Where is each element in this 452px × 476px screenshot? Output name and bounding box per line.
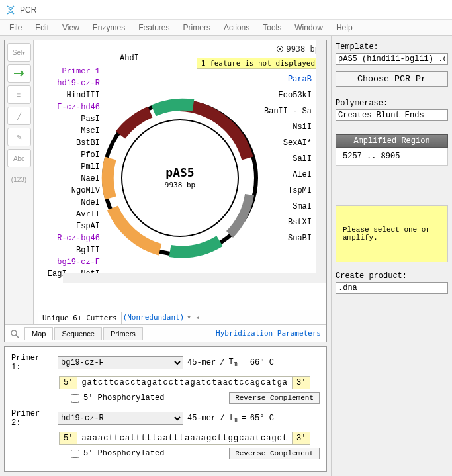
chevron-left-icon[interactable]: ◂ bbox=[195, 313, 200, 322]
site-label: PfoI bbox=[38, 150, 100, 160]
primer2-phos-checkbox[interactable] bbox=[71, 450, 79, 458]
window-title: PCR bbox=[20, 5, 36, 15]
primer1-mer: 45-mer bbox=[187, 358, 216, 367]
site-label: FspAI bbox=[38, 222, 100, 231]
hint-box: Please select one or amplify. bbox=[336, 205, 448, 262]
site-label: NsiI bbox=[293, 122, 312, 132]
bp-indicator: 9938 bp bbox=[277, 44, 320, 54]
cutters-label: Unique 6+ Cutters bbox=[38, 312, 122, 324]
tool-abc[interactable]: Abc bbox=[7, 149, 31, 167]
tool-select[interactable]: Sel▾ bbox=[7, 43, 31, 62]
menu-tools[interactable]: Tools bbox=[256, 22, 288, 34]
tool-123[interactable]: (123) bbox=[7, 170, 31, 189]
radio-icon bbox=[277, 46, 283, 52]
site-label: SalI bbox=[293, 154, 312, 164]
primer2-select[interactable]: hd19-cz-R bbox=[58, 412, 183, 425]
site-label: bg19-cz-F bbox=[38, 258, 100, 267]
menu-actions[interactable]: Actions bbox=[217, 22, 256, 34]
site-label: NgoMIV bbox=[38, 186, 100, 195]
tab-sequence[interactable]: Sequence bbox=[54, 327, 102, 340]
tab-primers[interactable]: Primers bbox=[103, 327, 143, 340]
polymerase-field[interactable] bbox=[336, 109, 448, 121]
create-product-field[interactable] bbox=[336, 282, 448, 294]
primer1-phos-label: 5' Phosphorylated bbox=[83, 393, 164, 403]
site-label: PmlI bbox=[38, 162, 100, 171]
warning-banner[interactable]: 1 feature is not displayed bbox=[197, 58, 320, 69]
site-label: R-cz-bg46 bbox=[38, 234, 100, 243]
primer1-phos-checkbox[interactable] bbox=[71, 394, 79, 403]
template-label: Template: bbox=[336, 42, 448, 52]
tool-arrow[interactable] bbox=[7, 64, 31, 83]
menubar: File Edit View Enzymes Features Primers … bbox=[0, 20, 452, 36]
cutters-tab-row: Unique 6+ Cutters (Nonredundant) ▾ ◂ bbox=[34, 310, 326, 324]
svg-point-2 bbox=[11, 330, 17, 336]
plasmid-size: 9938 bp bbox=[165, 181, 195, 189]
primer1-revcomp-button[interactable]: Reverse Complement bbox=[229, 392, 320, 404]
choose-pcr-button[interactable]: Choose PCR Pr bbox=[336, 71, 448, 87]
subtabs-row: Map Sequence Primers Hybridization Param… bbox=[5, 324, 326, 342]
site-label: SexAI* bbox=[283, 138, 312, 148]
menu-window[interactable]: Window bbox=[288, 22, 330, 34]
menu-help[interactable]: Help bbox=[330, 22, 359, 34]
scrollbar-vertical[interactable] bbox=[316, 40, 326, 283]
map-canvas[interactable]: 9938 bp 1 feature is not displayed pAS5 … bbox=[34, 40, 326, 315]
right-panel: Template: Choose PCR Pr Polymerase: Ampl… bbox=[331, 36, 452, 476]
primer2-revcomp-button[interactable]: Reverse Complement bbox=[229, 448, 320, 459]
menu-view[interactable]: View bbox=[56, 22, 86, 34]
site-label: MscI bbox=[38, 126, 100, 136]
primer2-phos-label: 5' Phosphorylated bbox=[83, 449, 164, 458]
menu-enzymes[interactable]: Enzymes bbox=[86, 22, 132, 34]
site-label: hd19-cz-R bbox=[38, 79, 100, 88]
primer1-label: Primer 1: bbox=[11, 354, 54, 372]
template-field[interactable] bbox=[336, 53, 448, 65]
amplified-region-value: 5257 .. 8905 bbox=[336, 148, 448, 166]
cutters-mode[interactable]: (Nonredundant) bbox=[123, 313, 185, 322]
scrollbar-horizontal[interactable] bbox=[63, 273, 316, 283]
primer2-label: Primer 2: bbox=[11, 409, 54, 428]
site-label: BstBI bbox=[38, 138, 100, 148]
site-label: Eco53kI bbox=[279, 91, 312, 100]
tool-pen[interactable]: ✎ bbox=[7, 128, 31, 146]
site-label: AhdI bbox=[120, 54, 139, 63]
plasmid-map-panel: Sel▾ ≡ ╱ ✎ Abc (123) 9938 bp 1 feature i… bbox=[4, 40, 327, 342]
primer2-tm: 65° C bbox=[250, 414, 274, 423]
svg-line-3 bbox=[16, 335, 19, 338]
primer2-sequence: 5' aaaacttcatttttaatttaaaagcttggcaatcagc… bbox=[59, 432, 320, 445]
site-label: AvrII bbox=[38, 210, 100, 219]
menu-file[interactable]: File bbox=[3, 22, 28, 34]
site-label: NdeI bbox=[38, 198, 100, 207]
create-product-label: Create product: bbox=[336, 271, 448, 281]
map-toolbar: Sel▾ ≡ ╱ ✎ Abc (123) bbox=[5, 40, 34, 342]
hybridization-link[interactable]: Hybridization Parameters bbox=[216, 329, 326, 338]
menu-primers[interactable]: Primers bbox=[177, 22, 217, 34]
primer1-sequence: 5' gatcttcacctagatccttagatctaactccagcatg… bbox=[59, 376, 320, 389]
tool-splice[interactable]: ≡ bbox=[7, 85, 31, 104]
tool-erase[interactable]: ╱ bbox=[7, 107, 31, 125]
site-label: Primer 1 bbox=[38, 67, 100, 76]
site-label: HindIII bbox=[38, 91, 100, 100]
site-label: BstXI bbox=[288, 218, 312, 227]
search-icon[interactable] bbox=[7, 326, 22, 341]
site-label: NaeI bbox=[38, 174, 100, 183]
app-icon bbox=[5, 5, 16, 15]
primer2-mer: 45-mer bbox=[187, 414, 216, 423]
primer1-tm: 66° C bbox=[250, 358, 274, 367]
menu-edit[interactable]: Edit bbox=[28, 22, 56, 34]
site-label: SnaBI bbox=[288, 234, 312, 243]
site-label: BanII - Sa bbox=[264, 107, 312, 116]
plasmid-name: pAS5 bbox=[165, 166, 194, 179]
site-label: BglII bbox=[38, 246, 100, 255]
plasmid-ring: pAS5 9938 bp bbox=[81, 79, 279, 277]
site-label: F-cz-hd46 bbox=[38, 103, 100, 112]
primers-panel: Primer 1: bg19-cz-F 45-mer / Tm = 66° C … bbox=[4, 346, 327, 472]
site-label: ParaB bbox=[288, 75, 312, 84]
site-label: AleI bbox=[293, 170, 312, 179]
chevron-down-icon[interactable]: ▾ bbox=[187, 313, 191, 322]
amplified-region-header: Amplified Region bbox=[336, 134, 448, 148]
site-label: SmaI bbox=[293, 202, 312, 211]
primer1-select[interactable]: bg19-cz-F bbox=[58, 356, 183, 369]
menu-features[interactable]: Features bbox=[132, 22, 176, 34]
site-label: TspMI bbox=[288, 186, 312, 195]
bp-value: 9938 bp bbox=[286, 44, 320, 54]
tab-map[interactable]: Map bbox=[24, 327, 53, 340]
